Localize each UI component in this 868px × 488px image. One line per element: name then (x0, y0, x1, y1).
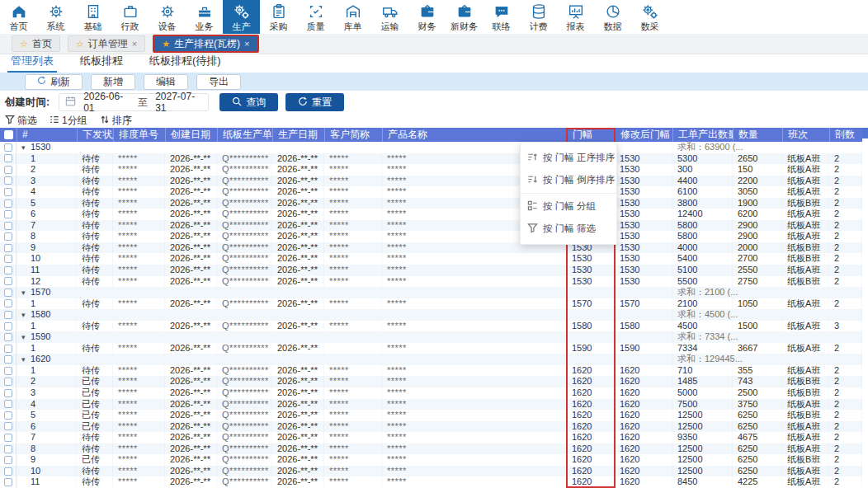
table-row[interactable]: 9待传*****2026-**-**Q**********2026-**-***… (0, 242, 862, 254)
edit-button[interactable]: 编辑 (144, 74, 188, 90)
collapse-icon[interactable]: ▾ (21, 143, 31, 153)
table-row[interactable]: 1待传*****2026-**-**Q**********2026-**-***… (0, 343, 862, 354)
table-row[interactable]: 11待传*****2026-**-**Q**********2026-**-**… (0, 476, 862, 488)
row-checkbox[interactable] (4, 389, 12, 397)
nav-item-equipment[interactable]: 设备 (149, 0, 186, 34)
nav-item-quality[interactable]: 质量 (297, 0, 334, 34)
column-header-mod-width[interactable]: 修改后门幅 (615, 128, 672, 142)
column-header-schedule-no[interactable]: 排度单号 (113, 128, 165, 142)
column-header-order-no[interactable]: 纸板生产单号 (217, 128, 272, 142)
close-icon[interactable]: × (132, 39, 137, 49)
table-row[interactable]: 7待传*****2026-**-**Q**********2026-**-***… (0, 220, 862, 232)
row-checkbox[interactable] (4, 367, 12, 375)
group-header-row[interactable]: ▾1530求和：63900 (... (0, 142, 862, 153)
table-row[interactable]: 10待传*****2026-**-**Q**********2026-**-**… (0, 253, 862, 265)
nav-item-new-finance[interactable]: 新财务 (446, 0, 483, 34)
tab-order-management[interactable]: ☆ 订单管理 × (68, 35, 145, 52)
nav-item-system[interactable]: 系统 (37, 0, 74, 34)
menu-item-group-by[interactable]: 按 门幅 分组 (521, 195, 616, 218)
row-checkbox[interactable] (4, 244, 12, 252)
nav-item-transport[interactable]: 运输 (371, 0, 408, 34)
row-checkbox[interactable] (4, 166, 12, 174)
row-checkbox[interactable] (4, 345, 12, 353)
select-all-checkbox[interactable] (4, 130, 13, 139)
column-header-cuts[interactable]: 剖数 (829, 128, 862, 142)
date-to-value[interactable]: 2027-07-31 (155, 91, 202, 114)
column-header-index[interactable]: # (17, 128, 77, 142)
search-button[interactable]: 查询 (219, 93, 278, 111)
table-row[interactable]: 8待传*****2026-**-**Q**********2026-**-***… (0, 231, 862, 242)
row-checkbox[interactable] (4, 411, 12, 420)
row-checkbox[interactable] (4, 289, 12, 297)
group-header-row[interactable]: ▾1580求和：4500 (... (0, 309, 862, 321)
table-row[interactable]: 2待传*****2026-**-**Q**********2026-**-***… (0, 164, 862, 176)
refresh-button[interactable]: 刷新 (25, 74, 83, 90)
row-checkbox[interactable] (4, 232, 12, 241)
collapse-icon[interactable]: ▾ (21, 332, 31, 343)
close-icon[interactable]: × (244, 39, 249, 49)
table-row[interactable]: 7待传*****2026-**-**Q**********2026-**-***… (0, 432, 862, 443)
table-row[interactable]: 10待传*****2026-**-**Q**********2026-**-**… (0, 466, 862, 477)
column-header-customer[interactable]: 客户简称 (324, 128, 382, 142)
nav-item-home[interactable]: 首页 (0, 0, 37, 34)
date-range-picker[interactable]: 2026-06-01 至 2027-07-31 (59, 93, 209, 111)
nav-item-data[interactable]: 数据 (594, 0, 631, 34)
row-checkbox[interactable] (4, 422, 12, 430)
row-checkbox[interactable] (4, 255, 12, 263)
row-checkbox[interactable] (4, 188, 12, 196)
row-checkbox[interactable] (4, 299, 12, 307)
table-row[interactable]: 6已传*****2026-**-**Q**********2026-**-***… (0, 421, 862, 433)
row-checkbox[interactable] (4, 210, 12, 218)
column-header-output-qty[interactable]: 工单产出数量 (672, 128, 733, 142)
row-checkbox[interactable] (4, 199, 12, 208)
table-row[interactable]: 6待传*****2026-**-**Q**********2026-**-***… (0, 209, 862, 220)
nav-item-basic[interactable]: 基础 (74, 0, 111, 34)
date-from-value[interactable]: 2026-06-01 (83, 91, 130, 114)
collapse-icon[interactable]: ▾ (21, 354, 31, 365)
row-checkbox[interactable] (4, 355, 12, 364)
table-row[interactable]: 9已传*****2026-**-**Q**********2026-**-***… (0, 454, 862, 466)
row-checkbox[interactable] (4, 266, 12, 274)
column-header-prod-date[interactable]: 生产日期 (272, 128, 324, 142)
star-outline-icon[interactable]: ☆ (76, 39, 84, 49)
nav-item-contact[interactable]: 联络 (483, 0, 520, 34)
export-button[interactable]: 导出 (196, 74, 241, 90)
tab-home[interactable]: ☆ 首页 (12, 35, 60, 52)
row-checkbox[interactable] (4, 222, 12, 230)
nav-item-business[interactable]: 业务 (186, 0, 223, 34)
row-checkbox[interactable] (4, 333, 12, 341)
table-row[interactable]: 8待传*****2026-**-**Q**********2026-**-***… (0, 443, 862, 455)
row-checkbox[interactable] (4, 277, 12, 285)
row-checkbox[interactable] (4, 311, 12, 319)
collapse-icon[interactable]: ▾ (21, 310, 31, 321)
sort-toggle[interactable]: 排序 (100, 114, 132, 128)
table-row[interactable]: 12待传*****2026-**-**Q**********2026-**-**… (0, 276, 862, 288)
row-checkbox[interactable] (4, 143, 12, 152)
column-header-qty[interactable]: 数量 (733, 128, 782, 142)
column-header-width[interactable]: 门幅 (567, 128, 615, 142)
star-outline-icon[interactable]: ☆ (20, 39, 28, 49)
table-row[interactable]: 2已传*****2026-**-**Q**********2026-**-***… (0, 376, 862, 387)
nav-item-production[interactable]: 生产 (223, 0, 260, 34)
scrollbar-thumb[interactable] (862, 128, 868, 138)
row-checkbox[interactable] (4, 378, 12, 386)
row-checkbox[interactable] (4, 445, 12, 453)
table-row[interactable]: 4待传*****2026-**-**Q**********2026-**-***… (0, 186, 862, 198)
table-row[interactable]: 4已传*****2026-**-**Q**********2026-**-***… (0, 399, 862, 411)
collapse-icon[interactable]: ▾ (21, 288, 31, 298)
column-header-product[interactable]: 产品名称 (382, 128, 567, 142)
column-header-shift[interactable]: 班次 (782, 128, 829, 142)
filter-toggle[interactable]: 筛选 (5, 114, 37, 128)
nav-item-purchasing[interactable]: 采购 (260, 0, 297, 34)
column-header-status[interactable]: 下发状态 (77, 128, 113, 142)
menu-item-filter-by[interactable]: 按 门幅 筛选 (521, 218, 616, 240)
column-header-create-date[interactable]: 创建日期 (165, 128, 217, 142)
row-checkbox[interactable] (4, 154, 12, 162)
group-header-row[interactable]: ▾1570求和：2100 (... (0, 287, 862, 298)
row-checkbox[interactable] (4, 478, 12, 486)
row-checkbox[interactable] (4, 400, 12, 408)
row-checkbox[interactable] (4, 434, 12, 442)
table-row[interactable]: 3已传*****2026-**-**Q**********2026-**-***… (0, 387, 862, 399)
nav-item-data-collection[interactable]: 数采 (631, 0, 668, 34)
group-header-row[interactable]: ▾1620求和：129445... (0, 354, 862, 365)
